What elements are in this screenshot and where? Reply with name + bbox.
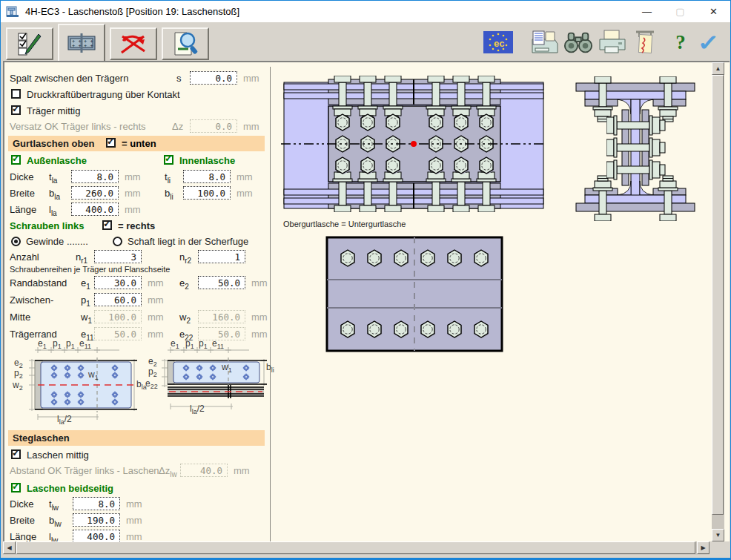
- laschen-checkbox-row: Außenlasche Innenlasche: [4, 154, 268, 168]
- tli-input[interactable]: [183, 170, 231, 183]
- dim-w2: w2: [13, 380, 23, 392]
- steg-breite-label: Breite: [10, 515, 35, 526]
- side-elevation-drawing: [281, 66, 548, 225]
- drawing-caption: Obergurtlasche = Untergurtlasche: [283, 220, 406, 228]
- w1-input: [94, 310, 142, 323]
- vertical-scroll-thumb[interactable]: [712, 75, 724, 515]
- vertical-scrollbar[interactable]: ▲ ▼: [712, 62, 724, 541]
- steg-dicke-label: Dicke: [10, 498, 34, 510]
- minimize-button[interactable]: —: [630, 1, 664, 22]
- tlw-input[interactable]: [73, 497, 120, 510]
- e2-symbol: e2: [179, 277, 189, 291]
- panel-separator: [270, 67, 271, 541]
- schrauben-rechts-checkbox[interactable]: [102, 220, 112, 230]
- confirm-button[interactable]: ✓: [694, 28, 724, 56]
- e2-input[interactable]: [198, 276, 245, 289]
- help-icon: ?: [675, 31, 686, 54]
- dim2-p1: p1: [185, 338, 194, 350]
- maximize-button[interactable]: ▢: [664, 1, 697, 22]
- print-button[interactable]: [598, 28, 627, 56]
- nr2-input[interactable]: [198, 250, 245, 263]
- toolbar: + ++ + + ++ +: [1, 22, 730, 61]
- e1-input[interactable]: [94, 276, 142, 289]
- bli-symbol: bli: [165, 188, 173, 201]
- tab-geometry[interactable]: + ++ + + ++ +: [58, 24, 105, 61]
- lla-input[interactable]: [71, 202, 119, 216]
- blw-symbol: blw: [49, 515, 62, 528]
- p1-symbol: p1: [81, 294, 90, 308]
- steg-laenge-label: Länge: [10, 531, 36, 542]
- innenlasche-label: Innenlasche: [179, 155, 235, 166]
- beidseitig-row: Laschen beidseitig: [4, 482, 268, 495]
- gurt-unten-checkbox[interactable]: [106, 138, 116, 148]
- blw-unit: mm: [126, 515, 142, 526]
- nr2-symbol: nr2: [179, 251, 191, 265]
- eurocode-button[interactable]: ec: [483, 28, 513, 56]
- help-button[interactable]: ?: [666, 28, 695, 56]
- randabstand-row: Randabstand e1 mm e2 mm: [4, 277, 268, 290]
- schraubenreihen-note: Schraubenreihen je Träger und Flanschsei…: [10, 265, 170, 274]
- zwischen-label: Zwischen-: [10, 294, 53, 306]
- main-panel: Spalt zwischen den Trägern s mm Druckkra…: [3, 61, 730, 541]
- schrauben-header-row: Schrauben links = rechts: [4, 220, 268, 233]
- tab-loads[interactable]: [110, 27, 157, 60]
- dzlw-unit: mm: [234, 465, 250, 476]
- bli-input[interactable]: [183, 186, 231, 200]
- spalt-input[interactable]: [190, 71, 237, 85]
- horizontal-scroll-thumb[interactable]: [16, 541, 695, 554]
- versatz-unit: mm: [243, 121, 259, 132]
- gewinde-label: Gewinde ........: [26, 236, 88, 247]
- traeger-mittig-checkbox[interactable]: [11, 105, 21, 115]
- schrauben-rechts-label: = rechts: [118, 220, 155, 231]
- dim-p2: p2: [14, 368, 23, 380]
- spalt-label: Spalt zwischen den Trägern: [10, 73, 128, 84]
- bla-input[interactable]: [71, 186, 119, 200]
- gurt-dicke-row: Dicke tla mm tli mm: [4, 171, 268, 184]
- svg-text:+ +: + +: [84, 43, 93, 49]
- aussenlasche-checkbox[interactable]: [11, 155, 21, 165]
- tla-unit: mm: [125, 171, 141, 182]
- dim-lla2: lla/2: [57, 414, 72, 426]
- search-button[interactable]: [563, 28, 593, 56]
- app-window: 4H-EC3 - Laschenstoß [Position 19: Lasch…: [0, 0, 731, 560]
- scroll-left-button[interactable]: ◀: [3, 541, 16, 554]
- svg-text:+ +: + +: [72, 43, 82, 49]
- schaft-radio[interactable]: [113, 237, 122, 246]
- nr1-input[interactable]: [94, 250, 142, 263]
- tab-input-check[interactable]: [6, 27, 53, 60]
- document-magnifier-icon: [171, 30, 200, 58]
- innenlasche-checkbox[interactable]: [164, 155, 173, 165]
- kontakt-checkbox[interactable]: [11, 89, 21, 99]
- print-document-button[interactable]: [529, 28, 559, 56]
- scherfuge-radio-row: Gewinde ........ Schaft liegt in der Sch…: [4, 235, 268, 248]
- blw-input[interactable]: [73, 513, 120, 527]
- tlw-symbol: tlw: [49, 498, 59, 512]
- scroll-down-button[interactable]: ▼: [712, 529, 724, 541]
- steg-dicke-row: Dicke tlw mm: [4, 498, 268, 511]
- steglaschen-header: Steglaschen: [8, 430, 265, 446]
- laschen-mittig-checkbox[interactable]: [11, 449, 21, 459]
- beidseitig-checkbox[interactable]: [11, 483, 21, 493]
- p1-input[interactable]: [94, 293, 142, 306]
- kontakt-row: Druckkraftübertragung über Kontakt: [4, 88, 268, 102]
- bla-symbol: bla: [49, 188, 60, 201]
- scroll-up-button[interactable]: ▲: [712, 62, 724, 75]
- protocol-button[interactable]: [630, 28, 660, 56]
- beidseitig-label: Laschen beidseitig: [27, 483, 113, 494]
- horizontal-scrollbar[interactable]: ◀ ▶: [3, 541, 710, 555]
- tab-preview[interactable]: [162, 27, 209, 60]
- nr1-symbol: nr1: [76, 251, 87, 265]
- tla-input[interactable]: [71, 170, 119, 183]
- dim-p1: p1: [53, 338, 62, 350]
- gurt-laenge-label: Länge: [10, 204, 36, 215]
- gewinde-radio[interactable]: [11, 237, 21, 246]
- close-button[interactable]: ✕: [697, 1, 730, 22]
- tla-symbol: tla: [49, 171, 57, 185]
- confirm-check-icon: ✓: [698, 30, 720, 56]
- versatz-symbol: Δz: [172, 121, 183, 132]
- dim2-lla2: lla/2: [190, 403, 205, 415]
- dim-p1b: p1: [66, 338, 75, 350]
- e2-unit: mm: [251, 277, 268, 289]
- tlw-unit: mm: [126, 498, 142, 510]
- scroll-right-button[interactable]: ▶: [697, 541, 710, 554]
